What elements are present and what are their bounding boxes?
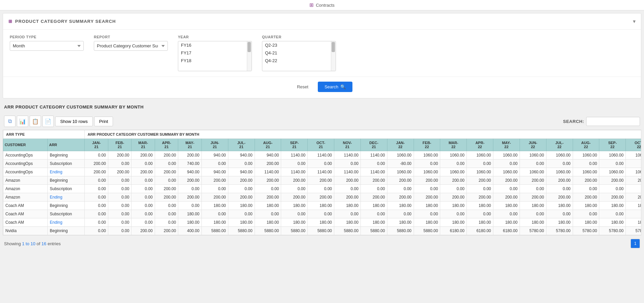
reset-button[interactable]: Reset (292, 82, 314, 92)
col-feb22: FEB-22 (414, 139, 440, 151)
cell-value: 180.00 (440, 218, 467, 227)
cell-value: 200.00 (493, 176, 520, 185)
data-table-wrapper: ARR TYPE ARR PRODUCT CATEGORY CUSTOMER S… (3, 130, 641, 235)
table-row: AmazonBeginning0.000.000.000.00200.00200… (3, 176, 642, 185)
panel-icon: ⊞ (8, 19, 12, 24)
cell-value: 5780.00 (546, 227, 573, 235)
cell-value: 1140.00 (281, 151, 308, 160)
print-button[interactable]: Print (94, 117, 113, 126)
period-type-group: PERIOD TYPE Month Quarter Year (10, 35, 84, 51)
cell-value: 180.00 (493, 218, 520, 227)
pdf-button[interactable]: 📄 (42, 116, 54, 127)
footer-bar: Showing 1 to 10 of 16 entries 1 (3, 235, 641, 252)
year-option-fy16[interactable]: FY16 (178, 41, 252, 49)
cell-value: 200.00 (387, 193, 414, 202)
cell-value: 5780.00 (573, 227, 599, 235)
cell-value: 200.00 (155, 151, 178, 160)
cell-customer: Amazon (3, 185, 48, 193)
cell-value: 0.00 (334, 185, 361, 193)
cell-arr-type: Beginning (47, 227, 85, 235)
cell-value: 0.00 (131, 218, 155, 227)
cell-value: 200.00 (467, 193, 493, 202)
cell-value: 5780.00 (626, 227, 641, 235)
year-option-fy17[interactable]: FY17 (178, 49, 252, 57)
table-search-input[interactable] (586, 117, 640, 126)
report-select[interactable]: Product Category Customer Summary (94, 41, 168, 51)
cell-value: 180.00 (467, 202, 493, 210)
cell-value: 0.00 (361, 185, 387, 193)
year-listbox[interactable]: FY16 FY17 FY18 (178, 41, 252, 71)
show-rows-button[interactable]: Show 10 rows (55, 117, 93, 126)
cell-value: 200.00 (131, 227, 155, 235)
top-bar: ⊞ Contracts (0, 0, 644, 10)
cell-value: 5880.00 (414, 227, 440, 235)
cell-value: 0.00 (131, 202, 155, 210)
cell-value: 180.00 (255, 202, 281, 210)
cell-value: 1060.00 (626, 168, 641, 176)
showing-total: 16 (41, 241, 46, 246)
cell-value: 180.00 (599, 202, 626, 210)
cell-value: 1060.00 (387, 168, 414, 176)
cell-value: 200.00 (467, 176, 493, 185)
year-option-fy18[interactable]: FY18 (178, 57, 252, 64)
quarter-group: QUARTER Q2-23 Q4-21 Q4-22 (262, 35, 336, 71)
cell-value: 0.00 (308, 160, 334, 168)
cell-value: 1060.00 (573, 168, 599, 176)
cell-value: 0.00 (626, 210, 641, 218)
cell-arr-type: Ending (47, 193, 85, 202)
cell-value: 0.00 (599, 185, 626, 193)
showing-range: 1 to 10 (22, 241, 35, 246)
cell-value: 0.00 (85, 151, 108, 160)
table-row: AccountingOpsBeginning0.00200.00200.0020… (3, 151, 642, 160)
cell-value: 200.00 (281, 176, 308, 185)
quarter-option-q421[interactable]: Q4-21 (262, 49, 336, 57)
toolbar: ⧉ 📊 📋 📄 Show 10 rows Print SEARCH: (3, 113, 641, 130)
cell-value: 180.00 (520, 202, 546, 210)
cell-value: 200.00 (178, 176, 201, 185)
cell-value: 1140.00 (361, 168, 387, 176)
panel-collapse-button[interactable]: ▾ (633, 18, 636, 25)
cell-value: 200.00 (626, 193, 641, 202)
cell-value: 200.00 (85, 168, 108, 176)
cell-value: 1060.00 (414, 151, 440, 160)
group-summary-title: ARR PRODUCT CATEGORY CUSTOMER SUMMARY BY… (85, 130, 641, 139)
csv-button[interactable]: 📋 (30, 116, 41, 127)
cell-value: 1140.00 (334, 151, 361, 160)
quarter-option-q223[interactable]: Q2-23 (262, 41, 336, 49)
cell-value: 0.00 (467, 185, 493, 193)
cell-value: 5880.00 (281, 227, 308, 235)
cell-value: 0.00 (85, 202, 108, 210)
copy-button[interactable]: ⧉ (4, 116, 15, 127)
cell-value: 1140.00 (361, 151, 387, 160)
cell-value: 0.00 (493, 185, 520, 193)
cell-value: 0.00 (334, 210, 361, 218)
cell-arr-type: Beginning (47, 202, 85, 210)
quarter-listbox[interactable]: Q2-23 Q4-21 Q4-22 (262, 41, 336, 71)
cell-arr-type: Ending (47, 168, 85, 176)
cell-customer: Coach AM (3, 218, 48, 227)
quarter-option-q422[interactable]: Q4-22 (262, 57, 336, 64)
cell-value: 0.00 (308, 185, 334, 193)
cell-value: 5880.00 (255, 227, 281, 235)
page-1-button[interactable]: 1 (631, 239, 640, 248)
cell-value: 1140.00 (255, 168, 281, 176)
results-section: ARR PRODUCT CATEGORY CUSTOMER SUMMARY BY… (3, 101, 641, 252)
cell-value: 180.00 (626, 218, 641, 227)
filter-section: PERIOD TYPE Month Quarter Year REPORT Pr… (3, 30, 641, 77)
cell-value: 0.00 (108, 218, 131, 227)
cell-customer: Coach AM (3, 210, 48, 218)
cell-value: 180.00 (281, 218, 308, 227)
cell-value: 740.00 (178, 160, 201, 168)
cell-value: 180.00 (414, 202, 440, 210)
search-button[interactable]: Search 🔍 (318, 82, 352, 92)
cell-value: 180.00 (573, 218, 599, 227)
cell-value: 0.00 (599, 160, 626, 168)
cell-value: 0.00 (228, 210, 255, 218)
cell-value: 0.00 (201, 160, 228, 168)
cell-customer: Amazon (3, 193, 48, 202)
col-jan22: JAN-22 (387, 139, 414, 151)
cell-value: 180.00 (178, 210, 201, 218)
period-type-select[interactable]: Month Quarter Year (10, 41, 84, 51)
excel-button[interactable]: 📊 (17, 116, 28, 127)
cell-value: 200.00 (599, 176, 626, 185)
